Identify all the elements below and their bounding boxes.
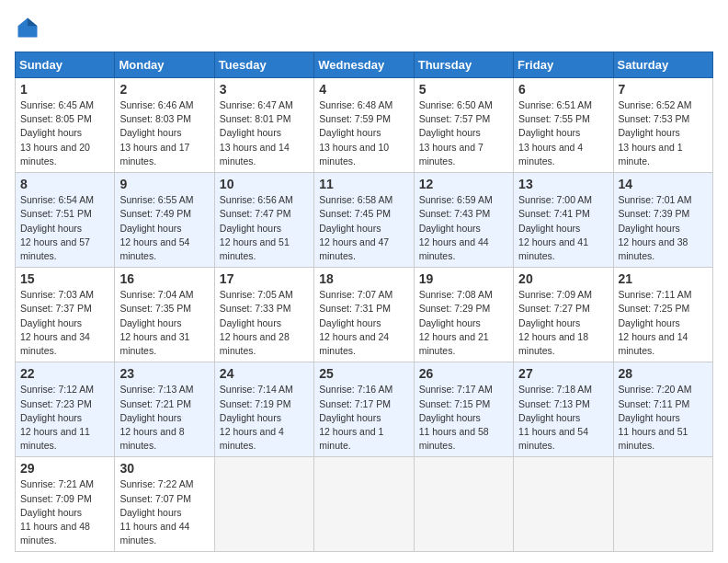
day-info: Sunrise: 6:59 AM Sunset: 7:43 PM Dayligh… xyxy=(419,193,508,263)
day-number: 9 xyxy=(119,177,209,191)
day-info: Sunrise: 7:20 AM Sunset: 7:11 PM Dayligh… xyxy=(619,383,708,453)
day-info: Sunrise: 6:50 AM Sunset: 7:57 PM Dayligh… xyxy=(419,98,508,168)
calendar-day: 21 Sunrise: 7:11 AM Sunset: 7:25 PM Dayl… xyxy=(613,268,712,362)
calendar-week-5: 29 Sunrise: 7:21 AM Sunset: 7:09 PM Dayl… xyxy=(16,457,713,552)
day-info: Sunrise: 6:45 AM Sunset: 8:05 PM Dayligh… xyxy=(20,98,109,168)
calendar-day: 6 Sunrise: 6:51 AM Sunset: 7:55 PM Dayli… xyxy=(514,78,613,173)
calendar-day: 5 Sunrise: 6:50 AM Sunset: 7:57 PM Dayli… xyxy=(414,78,513,173)
day-number: 26 xyxy=(419,366,508,381)
day-number: 3 xyxy=(220,82,309,97)
day-number: 13 xyxy=(518,177,608,191)
day-info: Sunrise: 7:09 AM Sunset: 7:27 PM Dayligh… xyxy=(518,288,608,358)
day-number: 5 xyxy=(419,82,508,97)
calendar-day: 13 Sunrise: 7:00 AM Sunset: 7:41 PM Dayl… xyxy=(514,173,613,268)
day-info: Sunrise: 7:14 AM Sunset: 7:19 PM Dayligh… xyxy=(220,383,309,453)
day-number: 21 xyxy=(619,271,708,286)
day-info: Sunrise: 6:52 AM Sunset: 7:53 PM Dayligh… xyxy=(619,98,708,168)
day-info: Sunrise: 7:03 AM Sunset: 7:37 PM Dayligh… xyxy=(20,288,109,358)
day-info: Sunrise: 6:47 AM Sunset: 8:01 PM Dayligh… xyxy=(220,98,309,168)
calendar-day: 18 Sunrise: 7:07 AM Sunset: 7:31 PM Dayl… xyxy=(314,268,414,362)
day-number: 1 xyxy=(20,82,109,97)
day-number: 16 xyxy=(119,271,209,286)
day-number: 7 xyxy=(619,82,708,97)
day-number: 14 xyxy=(619,177,708,191)
day-number: 28 xyxy=(619,366,708,381)
day-info: Sunrise: 6:46 AM Sunset: 8:03 PM Dayligh… xyxy=(119,98,209,168)
calendar-day xyxy=(214,457,313,552)
day-number: 18 xyxy=(319,271,408,286)
calendar-week-3: 15 Sunrise: 7:03 AM Sunset: 7:37 PM Dayl… xyxy=(16,268,713,362)
calendar-day xyxy=(514,457,613,552)
calendar-day: 1 Sunrise: 6:45 AM Sunset: 8:05 PM Dayli… xyxy=(16,78,115,173)
calendar-day: 8 Sunrise: 6:54 AM Sunset: 7:51 PM Dayli… xyxy=(16,173,115,268)
day-number: 20 xyxy=(518,271,608,286)
calendar-day xyxy=(314,457,414,552)
day-number: 27 xyxy=(518,366,608,381)
calendar-day: 7 Sunrise: 6:52 AM Sunset: 7:53 PM Dayli… xyxy=(613,78,712,173)
day-info: Sunrise: 6:58 AM Sunset: 7:45 PM Dayligh… xyxy=(319,193,408,263)
day-info: Sunrise: 6:51 AM Sunset: 7:55 PM Dayligh… xyxy=(518,98,608,168)
day-info: Sunrise: 7:12 AM Sunset: 7:23 PM Dayligh… xyxy=(20,383,109,453)
day-info: Sunrise: 7:05 AM Sunset: 7:33 PM Dayligh… xyxy=(220,288,309,358)
day-info: Sunrise: 7:22 AM Sunset: 7:07 PM Dayligh… xyxy=(119,477,209,547)
calendar-day: 28 Sunrise: 7:20 AM Sunset: 7:11 PM Dayl… xyxy=(613,362,712,457)
day-info: Sunrise: 7:01 AM Sunset: 7:39 PM Dayligh… xyxy=(619,193,708,263)
day-number: 24 xyxy=(220,366,309,381)
calendar-day: 30 Sunrise: 7:22 AM Sunset: 7:07 PM Dayl… xyxy=(115,457,214,552)
svg-marker-1 xyxy=(28,18,38,27)
day-info: Sunrise: 6:55 AM Sunset: 7:49 PM Dayligh… xyxy=(119,193,209,263)
weekday-header-tuesday: Tuesday xyxy=(214,52,313,78)
page-header xyxy=(15,15,713,40)
day-info: Sunrise: 6:54 AM Sunset: 7:51 PM Dayligh… xyxy=(20,193,109,263)
day-number: 22 xyxy=(20,366,109,381)
day-number: 11 xyxy=(319,177,408,191)
calendar-day: 4 Sunrise: 6:48 AM Sunset: 7:59 PM Dayli… xyxy=(314,78,414,173)
calendar-day: 14 Sunrise: 7:01 AM Sunset: 7:39 PM Dayl… xyxy=(613,173,712,268)
day-info: Sunrise: 7:17 AM Sunset: 7:15 PM Dayligh… xyxy=(419,383,508,453)
calendar-week-4: 22 Sunrise: 7:12 AM Sunset: 7:23 PM Dayl… xyxy=(16,362,713,457)
day-info: Sunrise: 6:56 AM Sunset: 7:47 PM Dayligh… xyxy=(220,193,309,263)
calendar-day: 24 Sunrise: 7:14 AM Sunset: 7:19 PM Dayl… xyxy=(214,362,313,457)
calendar-week-1: 1 Sunrise: 6:45 AM Sunset: 8:05 PM Dayli… xyxy=(16,78,713,173)
calendar-day: 22 Sunrise: 7:12 AM Sunset: 7:23 PM Dayl… xyxy=(16,362,115,457)
weekday-header-wednesday: Wednesday xyxy=(314,52,414,78)
day-number: 23 xyxy=(119,366,209,381)
logo xyxy=(15,15,44,40)
weekday-header-saturday: Saturday xyxy=(613,52,712,78)
day-number: 8 xyxy=(20,177,109,191)
day-info: Sunrise: 7:00 AM Sunset: 7:41 PM Dayligh… xyxy=(518,193,608,263)
calendar-day: 9 Sunrise: 6:55 AM Sunset: 7:49 PM Dayli… xyxy=(115,173,214,268)
day-info: Sunrise: 7:13 AM Sunset: 7:21 PM Dayligh… xyxy=(119,383,209,453)
calendar-table: SundayMondayTuesdayWednesdayThursdayFrid… xyxy=(15,52,713,552)
day-info: Sunrise: 7:21 AM Sunset: 7:09 PM Dayligh… xyxy=(20,477,109,547)
weekday-header-monday: Monday xyxy=(115,52,214,78)
weekday-header-thursday: Thursday xyxy=(414,52,513,78)
calendar-week-2: 8 Sunrise: 6:54 AM Sunset: 7:51 PM Dayli… xyxy=(16,173,713,268)
calendar-header-row: SundayMondayTuesdayWednesdayThursdayFrid… xyxy=(16,52,713,78)
calendar-day: 11 Sunrise: 6:58 AM Sunset: 7:45 PM Dayl… xyxy=(314,173,414,268)
calendar-day: 16 Sunrise: 7:04 AM Sunset: 7:35 PM Dayl… xyxy=(115,268,214,362)
day-number: 19 xyxy=(419,271,508,286)
calendar-day: 12 Sunrise: 6:59 AM Sunset: 7:43 PM Dayl… xyxy=(414,173,513,268)
day-number: 25 xyxy=(319,366,408,381)
calendar-day: 25 Sunrise: 7:16 AM Sunset: 7:17 PM Dayl… xyxy=(314,362,414,457)
calendar-day: 27 Sunrise: 7:18 AM Sunset: 7:13 PM Dayl… xyxy=(514,362,613,457)
day-number: 30 xyxy=(119,461,209,476)
logo-icon xyxy=(15,15,40,40)
day-number: 29 xyxy=(20,461,109,476)
calendar-day: 15 Sunrise: 7:03 AM Sunset: 7:37 PM Dayl… xyxy=(16,268,115,362)
day-info: Sunrise: 7:07 AM Sunset: 7:31 PM Dayligh… xyxy=(319,288,408,358)
day-number: 12 xyxy=(419,177,508,191)
weekday-header-sunday: Sunday xyxy=(16,52,115,78)
day-number: 15 xyxy=(20,271,109,286)
calendar-day: 19 Sunrise: 7:08 AM Sunset: 7:29 PM Dayl… xyxy=(414,268,513,362)
day-info: Sunrise: 7:11 AM Sunset: 7:25 PM Dayligh… xyxy=(619,288,708,358)
day-info: Sunrise: 7:18 AM Sunset: 7:13 PM Dayligh… xyxy=(518,383,608,453)
calendar-day xyxy=(414,457,513,552)
day-number: 10 xyxy=(220,177,309,191)
calendar-day: 20 Sunrise: 7:09 AM Sunset: 7:27 PM Dayl… xyxy=(514,268,613,362)
day-number: 17 xyxy=(220,271,309,286)
calendar-day xyxy=(613,457,712,552)
day-info: Sunrise: 7:16 AM Sunset: 7:17 PM Dayligh… xyxy=(319,383,408,453)
day-number: 4 xyxy=(319,82,408,97)
